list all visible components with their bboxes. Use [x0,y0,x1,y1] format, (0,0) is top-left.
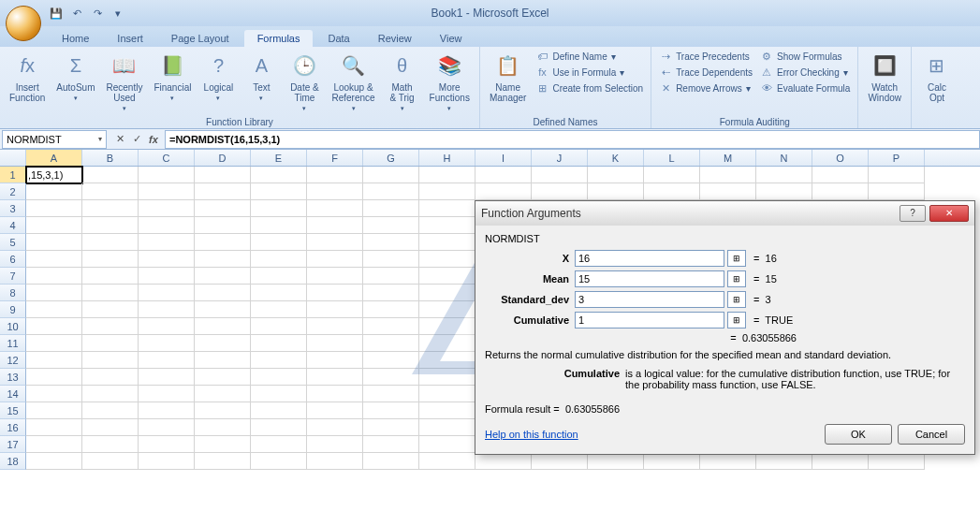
cell-A11[interactable] [26,335,82,352]
row-header-5[interactable]: 5 [0,234,26,251]
col-header-D[interactable]: D [195,150,251,166]
cell-A4[interactable] [26,217,82,234]
use-in-formula-button[interactable]: fxUse in Formula ▾ [534,65,645,80]
col-header-K[interactable]: K [588,150,644,166]
cell-H8[interactable] [419,285,475,301]
cell-E15[interactable] [251,402,307,419]
cell-F15[interactable] [307,402,363,419]
cell-D4[interactable] [195,217,251,234]
cell-C6[interactable] [139,251,195,268]
cell-K18[interactable] [588,453,644,470]
cell-H9[interactable] [419,301,475,318]
col-header-E[interactable]: E [251,150,307,166]
cell-C15[interactable] [139,402,195,419]
cell-I2[interactable] [475,183,532,200]
row-header-11[interactable]: 11 [0,335,26,352]
cell-B4[interactable] [82,217,139,234]
tab-review[interactable]: Review [365,30,425,47]
cell-A14[interactable] [26,386,82,402]
cell-H15[interactable] [419,402,475,419]
cell-M18[interactable] [700,453,756,470]
range-select-icon[interactable]: ⊞ [727,250,746,267]
save-icon[interactable]: 💾 [49,6,64,21]
define-name-button[interactable]: 🏷Define Name ▾ [534,49,645,64]
col-header-H[interactable]: H [419,150,475,166]
trace-dependents-button[interactable]: ⇠Trace Dependents [657,65,754,80]
cell-A5[interactable] [26,234,82,251]
cell-G5[interactable] [363,234,419,251]
select-all-corner[interactable] [0,150,26,166]
cell-C17[interactable] [139,436,195,453]
cell-F12[interactable] [307,352,363,369]
col-header-B[interactable]: B [82,150,139,166]
cell-H5[interactable] [419,234,475,251]
row-header-16[interactable]: 16 [0,419,26,436]
cell-E3[interactable] [251,200,307,217]
cell-F13[interactable] [307,369,363,386]
cell-H11[interactable] [419,335,475,352]
office-button[interactable] [6,6,41,41]
fx-button-icon[interactable]: fx [146,132,161,147]
cell-H14[interactable] [419,386,475,402]
row-header-13[interactable]: 13 [0,369,26,386]
row-header-2[interactable]: 2 [0,183,26,200]
range-select-icon[interactable]: ⊞ [727,291,746,308]
tab-home[interactable]: Home [49,30,102,47]
cell-L1[interactable] [644,167,700,183]
show-formulas-button[interactable]: ⚙Show Formulas [758,49,852,64]
cell-G3[interactable] [363,200,419,217]
cell-C1[interactable] [139,167,195,183]
cell-C14[interactable] [139,386,195,402]
cell-D16[interactable] [195,419,251,436]
col-header-O[interactable]: O [812,150,869,166]
row-header-14[interactable]: 14 [0,386,26,402]
cell-K2[interactable] [588,183,644,200]
evaluate-formula-button[interactable]: 👁Evaluate Formula [758,80,852,95]
cell-B10[interactable] [82,318,139,335]
row-header-12[interactable]: 12 [0,352,26,369]
cell-F14[interactable] [307,386,363,402]
cell-B8[interactable] [82,285,139,301]
cell-F9[interactable] [307,301,363,318]
cell-E8[interactable] [251,285,307,301]
cell-D5[interactable] [195,234,251,251]
cell-A2[interactable] [26,183,82,200]
cell-E18[interactable] [251,453,307,470]
cell-D7[interactable] [195,268,251,285]
cell-H10[interactable] [419,318,475,335]
col-header-M[interactable]: M [700,150,756,166]
cell-P2[interactable] [869,183,925,200]
cell-D2[interactable] [195,183,251,200]
cell-C8[interactable] [139,285,195,301]
cell-K1[interactable] [588,167,644,183]
cell-J2[interactable] [532,183,588,200]
row-header-8[interactable]: 8 [0,285,26,301]
cell-A12[interactable] [26,352,82,369]
more-functions-button[interactable]: 📚MoreFunctions▾ [426,49,474,114]
cancel-edit-icon[interactable]: ✕ [112,132,127,147]
cell-B6[interactable] [82,251,139,268]
cell-F2[interactable] [307,183,363,200]
cell-F16[interactable] [307,419,363,436]
cell-E9[interactable] [251,301,307,318]
cell-B7[interactable] [82,268,139,285]
cell-B14[interactable] [82,386,139,402]
cell-B13[interactable] [82,369,139,386]
cell-G13[interactable] [363,369,419,386]
cell-C11[interactable] [139,335,195,352]
cell-P18[interactable] [869,453,925,470]
cell-C16[interactable] [139,419,195,436]
cell-G9[interactable] [363,301,419,318]
cell-E2[interactable] [251,183,307,200]
dialog-title-bar[interactable]: Function Arguments ? ✕ [475,201,974,226]
row-header-18[interactable]: 18 [0,453,26,470]
cell-H2[interactable] [419,183,475,200]
arg-input-standard_dev[interactable] [575,291,724,308]
row-header-7[interactable]: 7 [0,268,26,285]
cell-F4[interactable] [307,217,363,234]
cell-G15[interactable] [363,402,419,419]
cell-C4[interactable] [139,217,195,234]
cell-A13[interactable] [26,369,82,386]
row-header-4[interactable]: 4 [0,217,26,234]
cell-G10[interactable] [363,318,419,335]
